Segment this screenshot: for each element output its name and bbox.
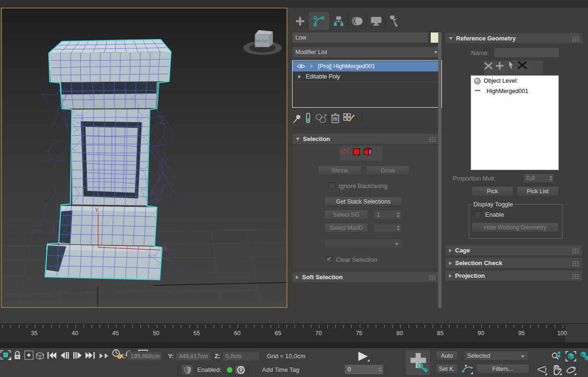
rollout-header-selection-check[interactable]: Selection Check (445, 258, 582, 268)
mute-badge-button[interactable]: 0 (235, 365, 245, 375)
modifier-list-dropdown[interactable]: Modifier List (292, 47, 442, 58)
make-unique-icon[interactable] (314, 113, 328, 124)
modifier-stack[interactable]: [Proj] HighMerged001 Editable Poly (292, 60, 442, 108)
rollout-grip-icon[interactable] (572, 248, 580, 253)
pick-cursor-icon[interactable] (507, 61, 515, 70)
select-matid-button[interactable]: Select MatID (324, 223, 368, 233)
x-coordinate-field[interactable]: 195,968cm (127, 351, 162, 361)
z-coordinate-field[interactable]: 0,0cm (222, 351, 260, 361)
rollout-header-selection[interactable]: Selection (292, 134, 439, 144)
rollout-grip-icon[interactable] (572, 261, 580, 266)
eye-icon[interactable] (297, 63, 305, 69)
go-to-start-icon[interactable] (46, 351, 58, 360)
select-sg-button[interactable]: Select SG (324, 210, 368, 220)
set-key-button[interactable]: Set K. (436, 364, 458, 374)
rollout-header-projection[interactable]: Projection (445, 270, 582, 281)
list-item[interactable]: HighMerged001 (471, 86, 558, 96)
configure-modifier-sets-icon[interactable] (343, 112, 355, 124)
viewport[interactable]: Y X FRONT (1, 8, 287, 308)
element-subobject-icon[interactable] (363, 146, 373, 156)
list-item[interactable]: Object Level: (471, 76, 558, 86)
vertex-subobject-icon[interactable] (340, 148, 351, 156)
zoom-extents-all-button[interactable] (579, 351, 588, 362)
field-of-view-button[interactable] (536, 364, 548, 376)
ignore-backfacing-checkbox[interactable] (328, 182, 335, 189)
set-keys-button[interactable] (405, 350, 431, 376)
selection-region-icon[interactable] (0, 350, 11, 360)
spinner-arrows-icon[interactable] (379, 367, 381, 372)
rollout-header-cage[interactable]: Cage (445, 245, 582, 256)
stack-row-projection[interactable]: [Proj] HighMerged001 (293, 61, 441, 71)
stack-toolbar (292, 112, 442, 125)
tab-create[interactable] (291, 12, 309, 30)
tab-motion[interactable] (348, 12, 366, 30)
zoom-extents-button[interactable] (565, 351, 577, 362)
spinner-arrows-icon[interactable] (397, 212, 400, 217)
add-time-tag-label[interactable]: Add Time Tag (262, 366, 299, 373)
timeline-ruler[interactable]: 35404550556065707580859095100 (0, 323, 588, 343)
display-toggle-group (469, 204, 563, 239)
reference-list[interactable]: Object Level: HighMerged001 (471, 75, 559, 170)
get-stack-selections-button[interactable]: Get Stack Selections (324, 196, 402, 206)
absolute-offset-icon[interactable] (24, 350, 34, 360)
expand-arrow-icon[interactable] (310, 64, 313, 68)
grow-button[interactable]: Grow (366, 165, 410, 175)
rollout-grip-icon[interactable] (572, 274, 580, 279)
isolate-selection-button[interactable] (181, 364, 193, 376)
object-name-field[interactable]: Low (292, 32, 428, 43)
key-mode-toggle-icon[interactable] (98, 352, 109, 360)
sg-spinner[interactable]: 1 (373, 210, 402, 220)
panel-scrollbar[interactable] (438, 32, 441, 308)
expand-arrow-icon[interactable] (298, 75, 301, 79)
filters-button[interactable]: Filters... (476, 364, 529, 374)
zoom-all-button[interactable] (551, 351, 562, 362)
lock-selection-icon[interactable] (13, 350, 22, 360)
play-button[interactable] (355, 351, 370, 362)
subobject-strip (340, 146, 383, 161)
rollout-grip-icon[interactable] (429, 275, 436, 280)
selection-set-dropdown[interactable]: Selected (464, 351, 529, 361)
rollout-header-reference-geometry[interactable]: Reference Geometry (445, 33, 582, 44)
spinner-arrows-icon[interactable] (549, 176, 552, 181)
go-to-end-icon[interactable] (85, 351, 96, 360)
delete-reference-icon[interactable] (517, 61, 527, 70)
shrink-button[interactable]: Shrink (318, 165, 362, 175)
previous-frame-icon[interactable] (60, 351, 70, 360)
current-frame-field[interactable]: 0 (344, 364, 384, 375)
flyout-corner-icon (367, 359, 370, 361)
pin-stack-icon[interactable] (292, 113, 302, 124)
rollout-grip-icon[interactable] (429, 137, 436, 142)
face-subobject-icon[interactable] (353, 148, 360, 156)
name-field[interactable] (494, 47, 559, 58)
key-filters-icon-button[interactable] (461, 364, 473, 375)
enable-checkbox[interactable] (474, 211, 481, 218)
tab-hierarchy[interactable] (330, 12, 348, 30)
matid-spinner[interactable] (373, 223, 402, 233)
spinner-arrows-icon[interactable] (397, 225, 400, 230)
orbit-button[interactable] (565, 364, 577, 376)
tab-modify[interactable] (309, 12, 329, 30)
enabled-indicator[interactable] (227, 367, 232, 373)
proportion-mult-spinner[interactable]: 0,0 (523, 173, 554, 183)
named-selection-dropdown[interactable] (324, 238, 403, 248)
rollout-grip-icon[interactable] (572, 36, 580, 41)
y-coordinate-field[interactable]: 449,817cm (176, 351, 211, 361)
pick-button[interactable]: Pick (472, 186, 513, 196)
track-bar[interactable] (0, 342, 588, 348)
auto-key-button[interactable]: Auto (436, 351, 458, 361)
rollout-header-soft-selection[interactable]: Soft Selection (292, 272, 439, 283)
unlink-reference-icon[interactable] (484, 62, 493, 70)
set-key-label: Set K. (439, 366, 455, 372)
tab-utilities[interactable] (386, 12, 404, 30)
pan-button[interactable] (551, 364, 562, 376)
hide-working-geometry-button[interactable]: Hide Working Geometry (472, 222, 559, 232)
tab-display[interactable] (367, 12, 385, 30)
add-reference-icon[interactable] (495, 62, 504, 70)
clear-selection-checkbox[interactable] (325, 256, 333, 263)
viewcube[interactable]: FRONT (239, 24, 286, 58)
next-frame-icon[interactable] (72, 351, 83, 360)
remove-modifier-icon[interactable] (330, 112, 340, 124)
stack-row-editable-poly[interactable]: Editable Poly (293, 71, 441, 82)
chevron-down-icon (395, 243, 399, 245)
pick-list-button[interactable]: Pick List (517, 186, 559, 196)
